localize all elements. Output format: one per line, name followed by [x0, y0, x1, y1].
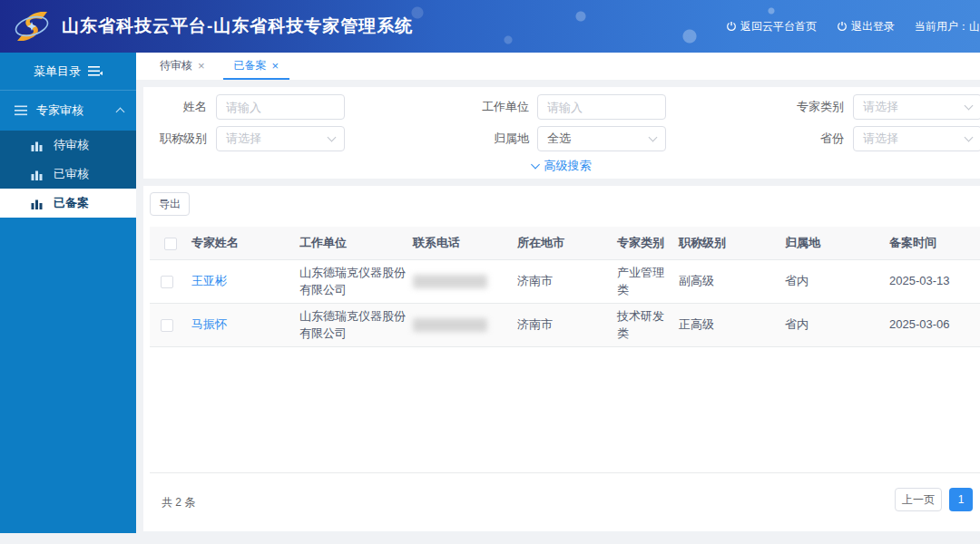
- col-header-phone: 联系电话: [413, 227, 517, 259]
- cell-category: 技术研发类: [617, 303, 679, 346]
- cell-record-date: 2025-03-13: [889, 259, 980, 303]
- table-row: 王亚彬 山东德瑞克仪器股份有限公司 济南市 产业管理类 副高级 省内 2025-…: [150, 259, 980, 303]
- sidebar-group-label: 专家审核: [36, 102, 117, 119]
- export-button[interactable]: 导出: [150, 192, 190, 216]
- advanced-search-label: 高级搜索: [544, 158, 592, 174]
- sidebar-item-pending-review[interactable]: 待审核: [0, 131, 136, 160]
- table-bottom-border: [150, 472, 980, 473]
- app-window: 山东省科技云平台-山东省科技专家管理系统 返回云平台首页 退出登录 当前用户：山…: [0, 0, 980, 544]
- col-header-work-unit: 工作单位: [299, 227, 413, 259]
- name-input[interactable]: [216, 94, 345, 120]
- province-select[interactable]: 请选择: [853, 126, 980, 151]
- sidebar-group-expert-review[interactable]: 专家审核: [0, 91, 136, 131]
- prev-page-button[interactable]: 上一页: [895, 488, 942, 511]
- chevron-down-icon: [965, 102, 974, 111]
- name-field-label: 姓名: [152, 99, 207, 115]
- brand: 山东省科技云平台-山东省科技专家管理系统: [0, 7, 413, 45]
- search-panel: 姓名 工作单位 专家类别 请选择: [143, 87, 980, 179]
- title-level-select[interactable]: 请选择: [216, 126, 345, 151]
- power-icon: [837, 21, 848, 32]
- table-panel: 导出 专家姓名 工作单位 联系电话 所在地市: [143, 186, 980, 531]
- work-unit-field-label: 工作单位: [456, 99, 529, 115]
- col-header-category: 专家类别: [617, 227, 679, 259]
- expert-category-field-label: 专家类别: [771, 99, 844, 115]
- tab-bar: 待审核 × 已备案 ×: [136, 53, 980, 80]
- sidebar-item-reviewed[interactable]: 已审核: [0, 160, 136, 189]
- close-tab-icon[interactable]: ×: [272, 60, 279, 72]
- total-count: 共 2 条: [162, 495, 195, 510]
- sidebar: 菜单目录 专家审核 待审: [0, 53, 136, 533]
- select-all-checkbox[interactable]: [164, 238, 177, 250]
- col-header-record-date: 备案时间: [889, 227, 980, 259]
- header-links: 返回云平台首页 退出登录 当前用户：山东: [726, 0, 980, 53]
- cell-city: 济南市: [517, 303, 617, 346]
- app-header: 山东省科技云平台-山东省科技专家管理系统 返回云平台首页 退出登录 当前用户：山…: [0, 0, 980, 53]
- chevron-up-icon: [116, 108, 125, 117]
- return-home-label: 返回云平台首页: [740, 19, 817, 34]
- menu-directory-label: 菜单目录: [34, 63, 81, 80]
- col-header-title-level: 职称级别: [679, 227, 785, 259]
- expert-name-link[interactable]: 王亚彬: [191, 274, 227, 287]
- advanced-search-toggle[interactable]: 高级搜索: [533, 158, 592, 174]
- chevron-down-icon: [649, 133, 658, 142]
- table-row: 马振怀 山东德瑞克仪器股份有限公司 济南市 技术研发类 正高级 省内 2025-…: [150, 303, 980, 346]
- bar-chart-icon: [31, 140, 43, 151]
- tab-label: 已备案: [234, 58, 267, 73]
- col-header-expert-name: 专家姓名: [191, 227, 299, 259]
- collapse-menu-icon: [88, 65, 103, 77]
- menu-directory-toggle[interactable]: 菜单目录: [0, 53, 136, 91]
- phone-redacted: [413, 318, 487, 332]
- row-checkbox[interactable]: [161, 276, 173, 288]
- region-field-label: 归属地: [456, 131, 529, 147]
- phone-redacted: [413, 275, 487, 288]
- app-title: 山东省科技云平台-山东省科技专家管理系统: [62, 15, 413, 38]
- chevron-down-icon: [531, 160, 540, 169]
- cell-city: 济南市: [517, 259, 617, 303]
- cell-company: 山东德瑞克仪器股份有限公司: [299, 303, 413, 346]
- col-header-region: 归属地: [785, 227, 889, 259]
- expert-name-link[interactable]: 马振怀: [191, 317, 227, 331]
- col-header-city: 所在地市: [517, 227, 617, 259]
- bar-chart-icon: [31, 198, 43, 209]
- bar-chart-icon: [31, 169, 43, 180]
- cell-company: 山东德瑞克仪器股份有限公司: [299, 259, 413, 303]
- sidebar-submenu: 待审核 已审核 已备案: [0, 131, 136, 218]
- return-home-link[interactable]: 返回云平台首页: [726, 19, 817, 34]
- sidebar-item-label: 待审核: [54, 137, 89, 153]
- cell-region: 省内: [785, 303, 889, 346]
- logout-label: 退出登录: [851, 19, 895, 34]
- tab-pending-review[interactable]: 待审核 ×: [149, 53, 216, 80]
- list-icon: [15, 105, 27, 116]
- province-field-label: 省份: [771, 131, 844, 147]
- close-tab-icon[interactable]: ×: [198, 60, 205, 72]
- select-value: 请选择: [863, 131, 898, 147]
- title-level-field-label: 职称级别: [152, 131, 207, 147]
- cell-category: 产业管理类: [617, 259, 679, 303]
- cell-record-date: 2025-03-06: [889, 303, 980, 346]
- current-user: 当前用户：山东: [915, 19, 980, 34]
- table-header-row: 专家姓名 工作单位 联系电话 所在地市 专家类别 职称级别 归属地 备案时间: [150, 227, 980, 259]
- select-value: 全选: [547, 131, 571, 147]
- main-content: 待审核 × 已备案 × 姓名 工作单位: [136, 53, 980, 544]
- cell-title-level: 正高级: [679, 303, 785, 346]
- power-icon: [726, 21, 737, 32]
- pagination: 上一页 1: [895, 488, 973, 511]
- sidebar-item-recorded[interactable]: 已备案: [0, 189, 136, 218]
- cell-region: 省内: [785, 259, 889, 303]
- tab-label: 待审核: [160, 58, 192, 73]
- logout-link[interactable]: 退出登录: [837, 19, 895, 34]
- page-1-button[interactable]: 1: [949, 488, 973, 511]
- chevron-down-icon: [328, 133, 337, 142]
- chevron-down-icon: [965, 133, 974, 142]
- cell-title-level: 副高级: [679, 259, 785, 303]
- row-checkbox[interactable]: [161, 319, 173, 332]
- sidebar-item-label: 已备案: [54, 195, 89, 211]
- sidebar-item-label: 已审核: [54, 166, 89, 182]
- select-value: 请选择: [226, 131, 261, 147]
- content-body: 姓名 工作单位 专家类别 请选择: [136, 80, 980, 531]
- work-unit-input[interactable]: [537, 94, 666, 120]
- expert-category-select[interactable]: 请选择: [853, 94, 980, 120]
- region-select[interactable]: 全选: [537, 126, 666, 151]
- tab-recorded[interactable]: 已备案 ×: [223, 53, 290, 80]
- experts-table: 专家姓名 工作单位 联系电话 所在地市 专家类别 职称级别 归属地 备案时间: [150, 227, 980, 347]
